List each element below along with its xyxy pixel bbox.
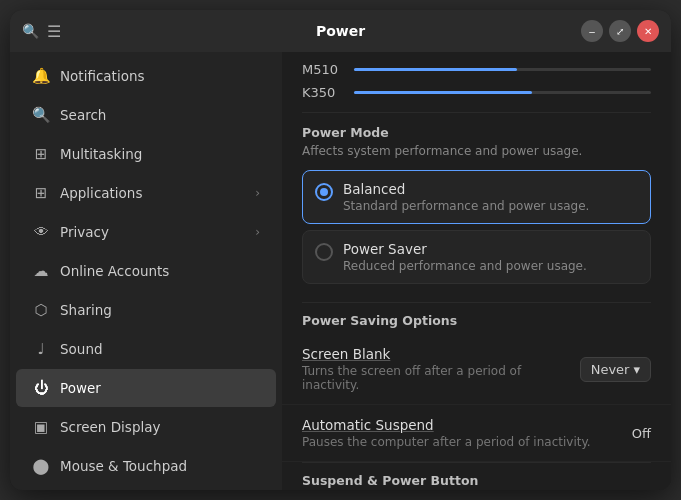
main-panel: M510 K350 Power Mode Affects system perf… (282, 52, 671, 490)
sidebar-item-sound[interactable]: ♩ Sound (16, 330, 276, 368)
radio-circle-balanced (315, 183, 333, 201)
slider-track[interactable] (354, 68, 651, 71)
automatic-suspend-title: Automatic Suspend (302, 417, 632, 433)
wm-buttons: – ⤢ ✕ (581, 20, 659, 42)
radio-text-power-saver: Power Saver Reduced performance and powe… (343, 241, 587, 273)
suspend-header: Suspend & Power Button (282, 463, 671, 490)
automatic-suspend-toggle[interactable]: Off (632, 426, 651, 441)
radio-text-balanced: Balanced Standard performance and power … (343, 181, 589, 213)
sidebar-item-label: Online Accounts (60, 263, 169, 279)
screen-blank-desc: Turns the screen off after a period of i… (302, 364, 580, 392)
applications-icon: ⊞ (32, 184, 50, 202)
sidebar-item-label: Sound (60, 341, 103, 357)
online-accounts-icon: ☁ (32, 262, 50, 280)
slider-fill (354, 91, 532, 94)
restore-button[interactable]: ⤢ (609, 20, 631, 42)
mouse-touchpad-icon: ⬤ (32, 457, 50, 475)
option-row-screen-blank: Screen Blank Turns the screen off after … (282, 334, 671, 405)
sidebar: 🔔 Notifications 🔍 Search ⊞ Multitasking … (10, 52, 282, 490)
slider-label: K350 (302, 85, 342, 100)
sidebar-item-label: Applications (60, 185, 142, 201)
slider-row-m510: M510 (302, 62, 651, 77)
radio-title-power-saver: Power Saver (343, 241, 587, 257)
automatic-suspend-desc: Pauses the computer after a period of in… (302, 435, 632, 449)
search-icon: 🔍 (32, 106, 50, 124)
power-mode-desc: Affects system performance and power usa… (302, 144, 651, 158)
settings-window: 🔍 ☰ Power – ⤢ ✕ 🔔 Notifications 🔍 Search… (10, 10, 671, 490)
radio-subtitle-balanced: Standard performance and power usage. (343, 199, 589, 213)
content-area: 🔔 Notifications 🔍 Search ⊞ Multitasking … (10, 52, 671, 490)
chevron-down-icon: ▾ (633, 362, 640, 377)
power-mode-section: Power Mode Affects system performance an… (282, 113, 671, 302)
radio-circle-power-saver (315, 243, 333, 261)
titlebar-left: 🔍 ☰ (22, 22, 61, 41)
sidebar-item-label: Power (60, 380, 101, 396)
sound-icon: ♩ (32, 340, 50, 358)
radio-option-power-saver[interactable]: Power Saver Reduced performance and powe… (302, 230, 651, 284)
slider-row-k350: K350 (302, 85, 651, 100)
power-saving-header: Power Saving Options (282, 303, 671, 334)
notifications-icon: 🔔 (32, 67, 50, 85)
sidebar-item-label: Search (60, 107, 106, 123)
sharing-icon: ⬡ (32, 301, 50, 319)
slider-label: M510 (302, 62, 342, 77)
radio-subtitle-power-saver: Reduced performance and power usage. (343, 259, 587, 273)
screen-blank-dropdown[interactable]: Never▾ (580, 357, 651, 382)
slider-fill (354, 68, 517, 71)
screen-blank-title: Screen Blank (302, 346, 580, 362)
arrow-icon: › (255, 225, 260, 239)
power-saving-options: Screen Blank Turns the screen off after … (282, 334, 671, 462)
sidebar-item-label: Privacy (60, 224, 109, 240)
sidebar-item-mouse-touchpad[interactable]: ⬤ Mouse & Touchpad (16, 447, 276, 485)
arrow-icon: › (255, 186, 260, 200)
screen-display-icon: ▣ (32, 418, 50, 436)
radio-title-balanced: Balanced (343, 181, 589, 197)
sidebar-item-multitasking[interactable]: ⊞ Multitasking (16, 135, 276, 173)
radio-option-balanced[interactable]: Balanced Standard performance and power … (302, 170, 651, 224)
sidebar-item-label: Screen Display (60, 419, 160, 435)
slider-section: M510 K350 (282, 52, 671, 112)
search-icon[interactable]: 🔍 (22, 23, 39, 39)
power-icon: ⏻ (32, 379, 50, 397)
sidebar-item-applications[interactable]: ⊞ Applications › (16, 174, 276, 212)
sidebar-item-notifications[interactable]: 🔔 Notifications (16, 57, 276, 95)
sidebar-item-privacy[interactable]: 👁 Privacy › (16, 213, 276, 251)
titlebar: 🔍 ☰ Power – ⤢ ✕ (10, 10, 671, 52)
sidebar-item-power[interactable]: ⏻ Power (16, 369, 276, 407)
close-button[interactable]: ✕ (637, 20, 659, 42)
sidebar-item-sharing[interactable]: ⬡ Sharing (16, 291, 276, 329)
sidebar-item-label: Mouse & Touchpad (60, 458, 187, 474)
screen-blank-value: Never (591, 362, 630, 377)
option-row-automatic-suspend: Automatic Suspend Pauses the computer af… (282, 405, 671, 462)
minimize-button[interactable]: – (581, 20, 603, 42)
screen-blank-text: Screen Blank Turns the screen off after … (302, 346, 580, 392)
sidebar-item-online-accounts[interactable]: ☁ Online Accounts (16, 252, 276, 290)
multitasking-icon: ⊞ (32, 145, 50, 163)
privacy-icon: 👁 (32, 223, 50, 241)
automatic-suspend-text: Automatic Suspend Pauses the computer af… (302, 417, 632, 449)
radio-options: Balanced Standard performance and power … (302, 170, 651, 284)
sidebar-item-label: Sharing (60, 302, 112, 318)
sidebar-item-search[interactable]: 🔍 Search (16, 96, 276, 134)
window-title: Power (316, 23, 365, 39)
menu-icon[interactable]: ☰ (47, 22, 61, 41)
power-mode-title: Power Mode (302, 125, 651, 140)
slider-track[interactable] (354, 91, 651, 94)
sidebar-item-label: Multitasking (60, 146, 142, 162)
sidebar-item-screen-display[interactable]: ▣ Screen Display (16, 408, 276, 446)
sidebar-item-label: Notifications (60, 68, 145, 84)
